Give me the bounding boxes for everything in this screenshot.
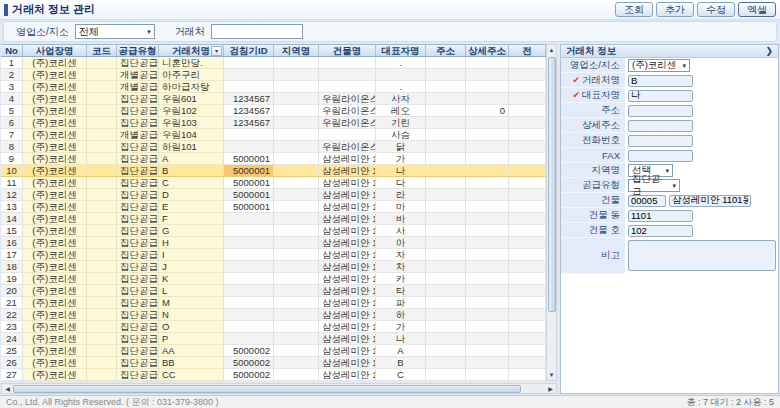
table-row[interactable]: 15(주)코리센집단공급G삼성레미안 1101동사 <box>1 225 546 237</box>
table-row[interactable]: 24(주)코리센집단공급P삼성레미안 1101동나 <box>1 333 546 345</box>
form-row: 건물 동 <box>561 208 778 223</box>
representative-field[interactable] <box>628 90 693 102</box>
table-row[interactable]: 7(주)코리센개별공급우림104사슴 <box>1 129 546 141</box>
address-detail-field[interactable] <box>628 120 693 132</box>
table-row[interactable]: 16(주)코리센집단공급H삼성레미안 1101동아 <box>1 237 546 249</box>
column-header-meter_id[interactable]: 검침기ID <box>224 44 274 57</box>
table-row[interactable]: 21(주)코리센집단공급M삼성레미안 1101동파 <box>1 297 546 309</box>
table-row[interactable]: 22(주)코리센집단공급N삼성레미안 1101동하 <box>1 309 546 321</box>
vertical-scrollbar[interactable]: ▲ ▼ <box>546 44 557 381</box>
cell-address <box>426 297 466 309</box>
column-header-address_detail[interactable]: 상세주소 <box>466 44 509 57</box>
edit-button[interactable]: 수정 <box>697 2 735 17</box>
supply-type-select[interactable]: 집단공급▾ <box>628 179 680 192</box>
table-row[interactable]: 3(주)코리센개별공급하마급자탕. <box>1 81 546 93</box>
table-row-selected[interactable]: 10(주)코리센집단공급B5000001삼성레미안 1101동나 <box>1 165 546 177</box>
column-header-customer_name[interactable]: 거래처명▾ <box>159 44 224 57</box>
collapse-panel-icon[interactable]: ❯ <box>765 46 773 56</box>
table-row[interactable]: 2(주)코리센개별공급아주구리 <box>1 69 546 81</box>
column-filter-icon[interactable]: ▾ <box>211 46 222 56</box>
cell-building: 삼성레미안 1101동 <box>319 201 376 213</box>
table-row[interactable]: 6(주)코리센집단공급우림1031234567우림라이온스A기린 <box>1 117 546 129</box>
cell-biz_name: (주)코리센 <box>23 117 87 129</box>
column-header-address[interactable]: 주소 <box>426 44 466 57</box>
table-row[interactable]: 1(주)코리센집단공급니혼만당.. <box>1 57 546 69</box>
cell-address <box>426 321 466 333</box>
building-ho-field[interactable] <box>628 225 693 237</box>
cell-code <box>87 189 117 201</box>
cell-supply_type: 집단공급 <box>117 321 159 333</box>
cell-region <box>274 177 319 189</box>
cell-meter_id: 1234567 <box>224 105 274 117</box>
column-header-representative[interactable]: 대표자명 <box>376 44 426 57</box>
scroll-up-icon[interactable]: ▲ <box>546 45 557 55</box>
note-textarea[interactable] <box>628 240 776 271</box>
cell-region <box>274 309 319 321</box>
column-header-tel[interactable]: 전 <box>509 44 546 57</box>
column-header-building[interactable]: 건물명 <box>319 44 376 57</box>
cell-address <box>426 165 466 177</box>
table-row[interactable]: 5(주)코리센집단공급우림1021234567우림라이온스A레오0 <box>1 105 546 117</box>
column-header-no[interactable]: No <box>1 44 23 57</box>
cell-supply_type: 집단공급 <box>117 237 159 249</box>
table-row[interactable]: 4(주)코리센집단공급우림6011234567우림라이온스A사자 <box>1 93 546 105</box>
table-row[interactable]: 27(주)코리센집단공급CC5000002삼성레미안 1102동C <box>1 369 546 381</box>
table-row[interactable]: 26(주)코리센집단공급BB5000002삼성레미안 1102동B <box>1 357 546 369</box>
cell-code <box>87 285 117 297</box>
table-row[interactable]: 11(주)코리센집단공급C5000001삼성레미안 1101동다 <box>1 177 546 189</box>
cell-address_detail <box>466 213 509 225</box>
add-button[interactable]: 추가 <box>656 2 694 17</box>
table-row[interactable]: 17(주)코리센집단공급I삼성레미안 1101동자 <box>1 249 546 261</box>
scroll-left-icon[interactable]: ◀ <box>2 384 13 394</box>
cell-representative: 닭 <box>376 141 426 153</box>
customer-name-field[interactable] <box>628 75 693 87</box>
column-header-biz_name[interactable]: 사업장명 <box>23 44 87 57</box>
scroll-down-icon[interactable]: ▼ <box>546 370 557 380</box>
cell-code <box>87 273 117 285</box>
column-header-code[interactable]: 코드 <box>87 44 117 57</box>
table-row[interactable]: 23(주)코리센집단공급O삼성레미안 1101동가 <box>1 321 546 333</box>
office-select[interactable]: (주)코리센▾ <box>628 59 690 72</box>
table-row[interactable]: 9(주)코리센집단공급A5000001삼성레미안 1101동가 <box>1 153 546 165</box>
cell-building: 삼성레미안 1102동 <box>319 369 376 381</box>
search-button[interactable]: 조회 <box>615 2 653 17</box>
building-field-2[interactable] <box>669 195 751 207</box>
cell-representative: 나 <box>376 165 426 177</box>
table-row[interactable]: 19(주)코리센집단공급K삼성레미안 1101동카 <box>1 273 546 285</box>
table-row[interactable]: 20(주)코리센집단공급L삼성레미안 1101동타 <box>1 285 546 297</box>
column-header-supply_type[interactable]: 공급유형 <box>117 44 159 57</box>
building-field-1[interactable] <box>628 195 666 207</box>
cell-representative: 카 <box>376 273 426 285</box>
horizontal-scroll-thumb[interactable] <box>13 385 521 393</box>
required-check-icon: ✔ <box>572 90 580 100</box>
cell-meter_id: 5000001 <box>224 189 274 201</box>
table-row[interactable]: 13(주)코리센집단공급E5000001삼성레미안 1101동마 <box>1 201 546 213</box>
cell-supply_type: 집단공급 <box>117 225 159 237</box>
office-filter-select[interactable]: 전체 ▾ <box>75 24 155 39</box>
cell-address <box>426 69 466 81</box>
address-field[interactable] <box>628 105 693 117</box>
table-row[interactable]: 8(주)코리센집단공급하림101우림라이온스A닭 <box>1 141 546 153</box>
cell-tel <box>509 297 546 309</box>
customer-filter-input[interactable] <box>211 24 303 39</box>
cell-building: 삼성레미안 1101동 <box>319 273 376 285</box>
scroll-right-icon[interactable]: ▶ <box>545 384 556 394</box>
cell-region <box>274 345 319 357</box>
office-filter-value: 전체 <box>79 25 99 39</box>
table-row[interactable]: 14(주)코리센집단공급F삼성레미안 1101동바 <box>1 213 546 225</box>
vertical-scroll-thumb[interactable] <box>548 57 556 312</box>
table-row[interactable]: 12(주)코리센집단공급D5000001삼성레미안 1101동라 <box>1 189 546 201</box>
fax-field[interactable] <box>628 150 693 162</box>
cell-code <box>87 117 117 129</box>
cell-region <box>274 189 319 201</box>
table-row[interactable]: 25(주)코리센집단공급AA5000002삼성레미안 1102동A <box>1 345 546 357</box>
table-row[interactable]: 18(주)코리센집단공급J삼성레미안 1101동차 <box>1 261 546 273</box>
excel-button[interactable]: 엑셀 <box>738 2 776 17</box>
column-header-region[interactable]: 지역명 <box>274 44 319 57</box>
cell-tel <box>509 273 546 285</box>
phone-field[interactable] <box>628 135 693 147</box>
building-dong-field[interactable] <box>628 210 693 222</box>
horizontal-scrollbar[interactable]: ◀ ▶ <box>1 383 557 394</box>
cell-biz_name: (주)코리센 <box>23 189 87 201</box>
cell-customer_name: 우림103 <box>159 117 224 129</box>
